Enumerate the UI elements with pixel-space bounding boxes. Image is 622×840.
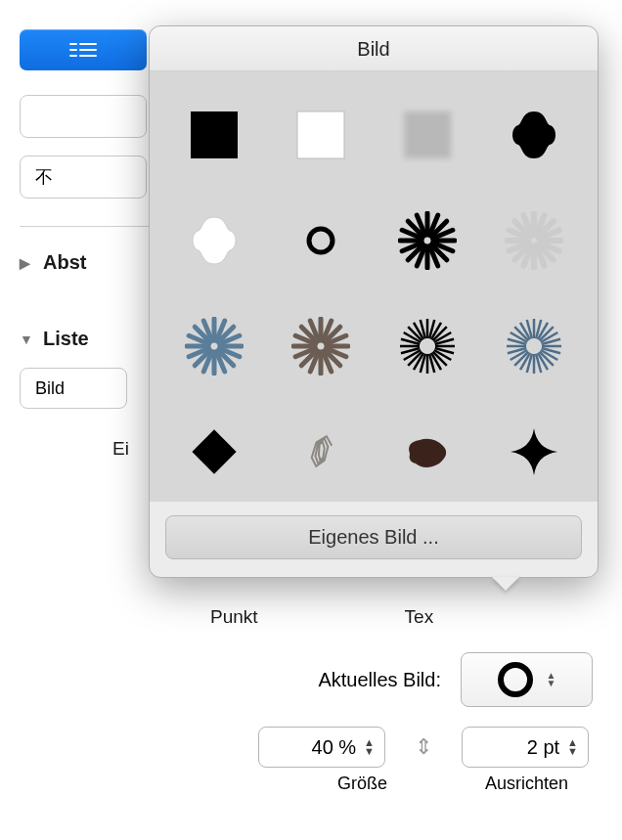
bullet-grid xyxy=(150,71,598,502)
align-caption: Ausrichten xyxy=(485,774,568,794)
size-caption: Größe xyxy=(337,774,387,794)
svg-rect-6 xyxy=(191,111,238,158)
paragraph-icon xyxy=(68,40,98,60)
bullet-sunray-blue[interactable] xyxy=(490,302,578,390)
bullet-quatrefoil-black[interactable] xyxy=(490,91,578,179)
align-vertical-icon: ⇕ xyxy=(415,734,432,760)
bullet-square-gray[interactable] xyxy=(383,91,471,179)
stepper-arrows-icon: ▲▼ xyxy=(567,738,578,756)
divider xyxy=(20,226,161,227)
align-value: 2 pt xyxy=(527,736,559,759)
bullet-quatrefoil-white[interactable] xyxy=(170,197,258,285)
list-type-select[interactable]: Bild xyxy=(20,368,127,409)
size-value: 40 % xyxy=(312,736,357,759)
bullet-sparkle-black[interactable] xyxy=(490,408,578,496)
ring-icon xyxy=(498,662,533,697)
svg-rect-8 xyxy=(404,111,451,158)
tex-label: Tex xyxy=(405,606,434,628)
punkt-label: Punkt xyxy=(210,606,258,628)
align-glyph: 不 xyxy=(35,165,53,189)
image-bullet-popover: Bild Eigenes Bild ... xyxy=(149,25,599,578)
font-button[interactable] xyxy=(20,95,147,138)
chevron-updown-icon: ▲▼ xyxy=(547,672,556,687)
current-image-label: Aktuelles Bild: xyxy=(318,669,441,691)
bullet-diamond-black[interactable] xyxy=(170,408,258,496)
bullet-blob-brown[interactable] xyxy=(383,408,471,496)
list-label: Liste xyxy=(43,328,89,350)
bullet-starburst-white[interactable] xyxy=(490,197,578,285)
svg-point-9 xyxy=(309,229,333,252)
bullet-sunray-black[interactable] xyxy=(383,302,471,390)
size-stepper[interactable]: 40 % ▲▼ xyxy=(258,727,385,768)
current-image-button[interactable]: ▲▼ xyxy=(461,652,593,707)
custom-image-button[interactable]: Eigenes Bild ... xyxy=(165,515,582,559)
bullet-square-black[interactable] xyxy=(170,91,258,179)
bullet-scribble-gray[interactable] xyxy=(277,408,365,496)
spacing-label: Abst xyxy=(43,251,86,274)
svg-rect-138 xyxy=(192,429,236,473)
bullet-starburst-brown[interactable] xyxy=(277,302,365,390)
svg-rect-7 xyxy=(297,111,344,158)
align-button[interactable]: 不 xyxy=(20,155,147,199)
style-header-button[interactable] xyxy=(20,29,147,70)
popover-title: Bild xyxy=(150,26,598,71)
bullet-ring-black[interactable] xyxy=(277,197,365,285)
chevron-down-icon: ▼ xyxy=(20,332,35,347)
list-type-value: Bild xyxy=(35,378,65,399)
chevron-right-icon: ▶ xyxy=(20,255,35,271)
align-stepper[interactable]: 2 pt ▲▼ xyxy=(462,727,589,768)
bullet-starburst-blue[interactable] xyxy=(170,302,258,390)
bullet-square-white[interactable] xyxy=(277,91,365,179)
stepper-arrows-icon: ▲▼ xyxy=(364,738,375,756)
bullet-starburst-black[interactable] xyxy=(383,197,471,285)
